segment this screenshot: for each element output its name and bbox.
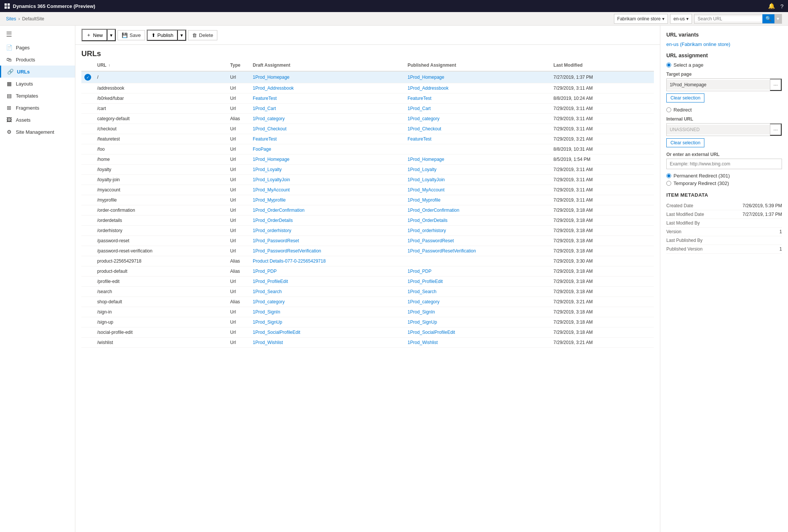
cell-draft[interactable]: 1Prod_LoyaltyJoin [250, 175, 405, 185]
cell-published[interactable]: 1Prod_SocialProfileEdit [405, 327, 550, 338]
radio-301[interactable] [666, 173, 671, 178]
cell-published[interactable]: 1Prod_OrderConfirmation [405, 205, 550, 216]
cell-published[interactable]: 1Prod_MyAccount [405, 185, 550, 195]
radio-302[interactable] [666, 181, 671, 186]
cell-published[interactable]: 1Prod_Homepage [405, 154, 550, 165]
table-row[interactable]: /wishlistUrl1Prod_Wishlist1Prod_Wishlist… [81, 338, 654, 348]
cell-published[interactable]: 1Prod_Search [405, 287, 550, 297]
search-url-dropdown[interactable]: ▾ [774, 14, 782, 23]
cell-draft[interactable]: 1Prod_PDP [250, 266, 405, 277]
sidebar-item-templates[interactable]: ▤ Templates [0, 90, 75, 102]
cell-published[interactable]: 1Prod_Checkout [405, 124, 550, 134]
col-published-header[interactable]: Published Assignment [405, 60, 550, 71]
breadcrumb-sites[interactable]: Sites [6, 16, 16, 21]
publish-button[interactable]: ⬆ Publish [147, 30, 178, 41]
table-row[interactable]: /loyalty-joinUrl1Prod_LoyaltyJoin1Prod_L… [81, 175, 654, 185]
locale-selector[interactable]: en-us ▾ [670, 14, 692, 24]
sidebar-toggle[interactable]: ☰ [0, 27, 75, 41]
variant-link[interactable]: en-us (Fabrikam online store) [666, 41, 730, 47]
table-row[interactable]: /homeUrl1Prod_Homepage1Prod_Homepage8/5/… [81, 154, 654, 165]
table-row[interactable]: /social-profile-editUrl1Prod_SocialProfi… [81, 327, 654, 338]
cell-draft[interactable]: 1Prod_category [250, 114, 405, 124]
new-dropdown-button[interactable]: ▾ [107, 29, 116, 41]
table-row[interactable]: /featuretestUrlFeatureTestFeatureTest7/2… [81, 134, 654, 144]
cell-published[interactable]: 1Prod_SignUp [405, 317, 550, 327]
table-row[interactable]: /sign-inUrl1Prod_SignIn1Prod_SignIn7/29/… [81, 307, 654, 317]
table-row[interactable]: /orderdetailsUrl1Prod_OrderDetails1Prod_… [81, 216, 654, 226]
sidebar-item-assets[interactable]: 🖼 Assets [0, 114, 75, 126]
cell-published[interactable]: 1Prod_LoyaltyJoin [405, 175, 550, 185]
radio-select-page[interactable] [666, 63, 671, 67]
cell-published[interactable]: 1Prod_Addressbook [405, 83, 550, 93]
cell-published[interactable]: 1Prod_Cart [405, 104, 550, 114]
table-row[interactable]: /checkoutUrl1Prod_Checkout1Prod_Checkout… [81, 124, 654, 134]
search-url-button[interactable]: 🔍 [762, 14, 774, 23]
target-page-more-button[interactable]: ··· [770, 79, 782, 91]
store-selector[interactable]: Fabrikam online store ▾ [614, 14, 668, 24]
cell-published[interactable]: 1Prod_OrderDetails [405, 216, 550, 226]
cell-published[interactable]: 1Prod_category [405, 114, 550, 124]
cell-draft[interactable]: 1Prod_SignUp [250, 317, 405, 327]
table-row[interactable]: /order-confirmationUrl1Prod_OrderConfirm… [81, 205, 654, 216]
sidebar-item-layouts[interactable]: ▦ Layouts [0, 78, 75, 90]
sidebar-item-fragments[interactable]: ⊞ Fragments [0, 102, 75, 114]
cell-draft[interactable]: 1Prod_OrderDetails [250, 216, 405, 226]
cell-draft[interactable]: 1Prod_Checkout [250, 124, 405, 134]
save-button[interactable]: 💾 Save [118, 30, 145, 40]
sidebar-item-pages[interactable]: 📄 Pages [0, 41, 75, 54]
sidebar-item-site-management[interactable]: ⚙ Site Management [0, 126, 75, 138]
table-row[interactable]: /myaccountUrl1Prod_MyAccount1Prod_MyAcco… [81, 185, 654, 195]
cell-published[interactable]: 1Prod_orderhistory [405, 226, 550, 236]
table-row[interactable]: /orderhistoryUrl1Prod_orderhistory1Prod_… [81, 226, 654, 236]
table-row[interactable]: /cartUrl1Prod_Cart1Prod_Cart7/29/2019, 3… [81, 104, 654, 114]
table-row[interactable]: product-22565429718AliasProduct Details-… [81, 256, 654, 266]
search-url-input[interactable] [695, 16, 762, 21]
clear-selection-2-button[interactable]: Clear selection [666, 138, 704, 147]
table-row[interactable]: /password-resetUrl1Prod_PasswordReset1Pr… [81, 236, 654, 246]
help-icon[interactable]: ? [780, 3, 783, 9]
cell-published[interactable]: 1Prod_Myprofile [405, 195, 550, 205]
cell-draft[interactable]: FooPage [250, 144, 405, 154]
cell-published[interactable] [405, 256, 550, 266]
cell-draft[interactable]: 1Prod_PasswordReset [250, 236, 405, 246]
cell-published[interactable] [405, 144, 550, 154]
table-row[interactable]: product-defaultAlias1Prod_PDP1Prod_PDP7/… [81, 266, 654, 277]
cell-draft[interactable]: 1Prod_SocialProfileEdit [250, 327, 405, 338]
cell-draft[interactable]: FeatureTest [250, 134, 405, 144]
table-row[interactable]: shop-defaultAlias1Prod_category1Prod_cat… [81, 297, 654, 307]
cell-draft[interactable]: 1Prod_orderhistory [250, 226, 405, 236]
notifications-icon[interactable]: 🔔 [768, 3, 775, 9]
cell-published[interactable]: 1Prod_category [405, 297, 550, 307]
cell-draft[interactable]: 1Prod_category [250, 297, 405, 307]
publish-dropdown-button[interactable]: ▾ [178, 30, 186, 41]
cell-draft[interactable]: 1Prod_Addressbook [250, 83, 405, 93]
sidebar-item-urls[interactable]: 🔗 URLs [0, 66, 75, 78]
cell-published[interactable]: 1Prod_ProfileEdit [405, 277, 550, 287]
col-type-header[interactable]: Type [227, 60, 250, 71]
delete-button[interactable]: 🗑 Delete [188, 30, 217, 40]
cell-draft[interactable]: 1Prod_PasswordResetVerification [250, 246, 405, 256]
cell-published[interactable]: 1Prod_SignIn [405, 307, 550, 317]
table-row[interactable]: /fooUrlFooPage8/8/2019, 10:31 AM [81, 144, 654, 154]
table-row[interactable]: /sign-upUrl1Prod_SignUp1Prod_SignUp7/29/… [81, 317, 654, 327]
cell-published[interactable]: 1Prod_Loyalty [405, 165, 550, 175]
cell-draft[interactable]: Product Details-077-0-22565429718 [250, 256, 405, 266]
cell-published[interactable]: FeatureTest [405, 134, 550, 144]
cell-draft[interactable]: 1Prod_Cart [250, 104, 405, 114]
cell-published[interactable]: 1Prod_PasswordResetVerification [405, 246, 550, 256]
col-modified-header[interactable]: Last Modified [550, 60, 654, 71]
cell-draft[interactable]: 1Prod_SignIn [250, 307, 405, 317]
col-url-header[interactable]: URL [94, 60, 227, 71]
table-row[interactable]: /searchUrl1Prod_Search1Prod_Search7/29/2… [81, 287, 654, 297]
cell-draft[interactable]: 1Prod_Homepage [250, 71, 405, 83]
table-row[interactable]: /loyaltyUrl1Prod_Loyalty1Prod_Loyalty7/2… [81, 165, 654, 175]
cell-draft[interactable]: 1Prod_Wishlist [250, 338, 405, 348]
table-row[interactable]: /addressbookUrl1Prod_Addressbook1Prod_Ad… [81, 83, 654, 93]
cell-published[interactable]: 1Prod_Homepage [405, 71, 550, 83]
cell-published[interactable]: 1Prod_PDP [405, 266, 550, 277]
cell-draft[interactable]: 1Prod_OrderConfirmation [250, 205, 405, 216]
cell-draft[interactable]: 1Prod_ProfileEdit [250, 277, 405, 287]
cell-draft[interactable]: 1Prod_Loyalty [250, 165, 405, 175]
table-row[interactable]: /profile-editUrl1Prod_ProfileEdit1Prod_P… [81, 277, 654, 287]
cell-published[interactable]: 1Prod_Wishlist [405, 338, 550, 348]
